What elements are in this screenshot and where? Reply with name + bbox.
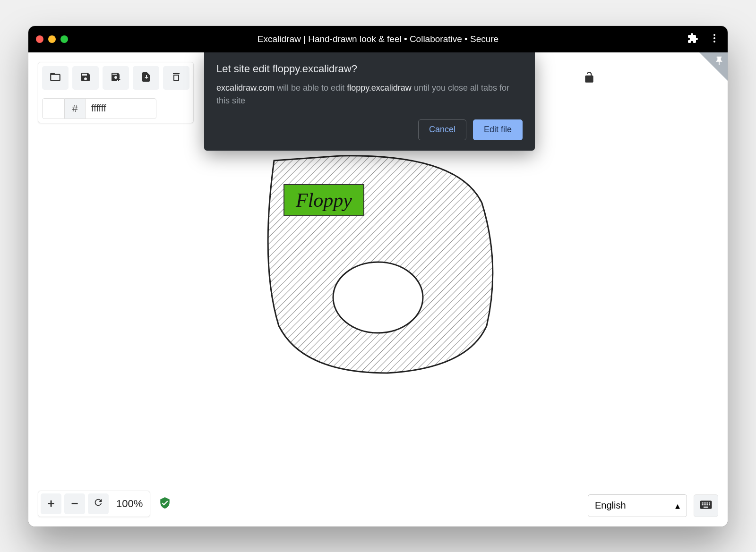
window-controls [36, 35, 68, 43]
language-label: English [595, 500, 626, 511]
keyboard-icon [699, 498, 713, 513]
dialog-title: Let site edit floppy.excalidraw? [216, 63, 523, 75]
unlock-icon[interactable] [583, 71, 595, 85]
zoom-in-button[interactable]: + [41, 493, 61, 514]
zoom-controls: + − 100% [38, 491, 171, 517]
reset-zoom-icon [93, 496, 103, 511]
save-as-icon [110, 71, 121, 84]
permission-dialog: Let site edit floppy.excalidraw? excalid… [204, 52, 535, 151]
window-close-button[interactable] [36, 35, 43, 43]
svg-point-0 [713, 34, 715, 36]
dialog-filename: floppy.excalidraw [347, 83, 412, 93]
cancel-button[interactable]: Cancel [418, 119, 466, 140]
canvas-drawing[interactable]: Floppy [246, 146, 510, 384]
save-icon [80, 71, 91, 84]
extension-icon[interactable] [687, 33, 698, 46]
hex-input[interactable] [86, 98, 156, 119]
folder-open-icon [49, 71, 61, 85]
zoom-out-button[interactable]: − [64, 493, 85, 514]
app-window: Excalidraw | Hand-drawn look & feel • Co… [28, 26, 728, 527]
color-picker: # [42, 98, 189, 119]
zoom-level: 100% [112, 498, 147, 510]
save-as-button[interactable] [103, 66, 129, 90]
zoom-reset-button[interactable] [88, 493, 109, 514]
export-icon [140, 71, 152, 84]
svg-point-1 [713, 37, 715, 39]
trash-icon [171, 71, 182, 84]
minus-icon: − [71, 496, 78, 511]
chevron-up-icon: ▴ [675, 500, 680, 511]
dialog-body: excalidraw.com will be able to edit flop… [216, 82, 523, 107]
export-button[interactable] [133, 66, 159, 90]
svg-point-2 [713, 41, 715, 42]
pin-icon [714, 56, 724, 68]
floppy-label[interactable]: Floppy [284, 184, 364, 216]
window-maximize-button[interactable] [60, 35, 68, 43]
plus-icon: + [47, 496, 54, 511]
delete-button[interactable] [163, 66, 189, 90]
edit-file-button[interactable]: Edit file [473, 119, 523, 140]
hash-label: # [65, 98, 86, 119]
color-swatch[interactable] [42, 98, 65, 119]
window-title: Excalidraw | Hand-drawn look & feel • Co… [28, 34, 728, 44]
language-select[interactable]: English ▴ [588, 494, 687, 517]
main-toolbar: # [38, 62, 194, 123]
shield-icon[interactable] [159, 497, 171, 511]
bottom-right-controls: English ▴ [588, 494, 718, 517]
window-minimize-button[interactable] [48, 35, 56, 43]
menu-dots-icon[interactable] [709, 33, 720, 46]
titlebar: Excalidraw | Hand-drawn look & feel • Co… [28, 26, 728, 52]
save-button[interactable] [72, 66, 99, 90]
dialog-site: excalidraw.com [216, 83, 275, 93]
keyboard-shortcuts-button[interactable] [694, 494, 718, 517]
open-button[interactable] [42, 66, 69, 90]
